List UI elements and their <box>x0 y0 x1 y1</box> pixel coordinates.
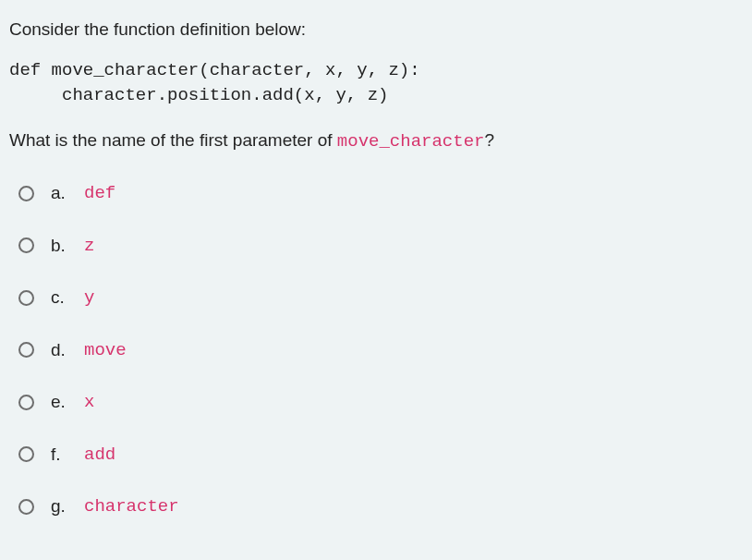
intro-text: Consider the function definition below: <box>9 17 743 43</box>
question-code: move_character <box>337 131 485 152</box>
option-d: d. move <box>18 337 743 364</box>
radio-f[interactable] <box>18 446 34 462</box>
radio-d[interactable] <box>18 342 34 358</box>
option-value: add <box>84 442 115 469</box>
option-a: a. def <box>18 180 743 207</box>
radio-g[interactable] <box>18 499 34 515</box>
option-letter: b. <box>51 233 77 260</box>
option-value: z <box>84 233 94 260</box>
question-suffix: ? <box>484 130 494 150</box>
option-g: g. character <box>18 493 743 520</box>
radio-b[interactable] <box>18 237 34 253</box>
option-b: b. z <box>18 233 743 260</box>
option-value: move <box>84 337 127 364</box>
option-value: x <box>84 389 94 416</box>
question-prefix: What is the name of the first parameter … <box>9 130 337 150</box>
radio-e[interactable] <box>18 395 34 410</box>
code-block: def move_character(character, x, y, z): … <box>9 58 743 109</box>
option-letter: g. <box>51 493 77 520</box>
option-letter: f. <box>51 442 77 469</box>
option-letter: a. <box>51 180 77 207</box>
option-value: character <box>84 493 179 520</box>
options-list: a. def b. z c. y d. move e. x f. add g. … <box>9 180 743 520</box>
option-value: def <box>84 180 115 207</box>
option-letter: d. <box>51 337 77 364</box>
option-value: y <box>84 285 94 311</box>
option-e: e. x <box>18 389 743 416</box>
option-c: c. y <box>18 285 743 311</box>
option-letter: c. <box>51 285 77 311</box>
option-f: f. add <box>18 442 743 469</box>
option-letter: e. <box>51 389 77 416</box>
radio-a[interactable] <box>18 186 34 201</box>
radio-c[interactable] <box>18 290 34 306</box>
question-text: What is the name of the first parameter … <box>9 128 743 155</box>
